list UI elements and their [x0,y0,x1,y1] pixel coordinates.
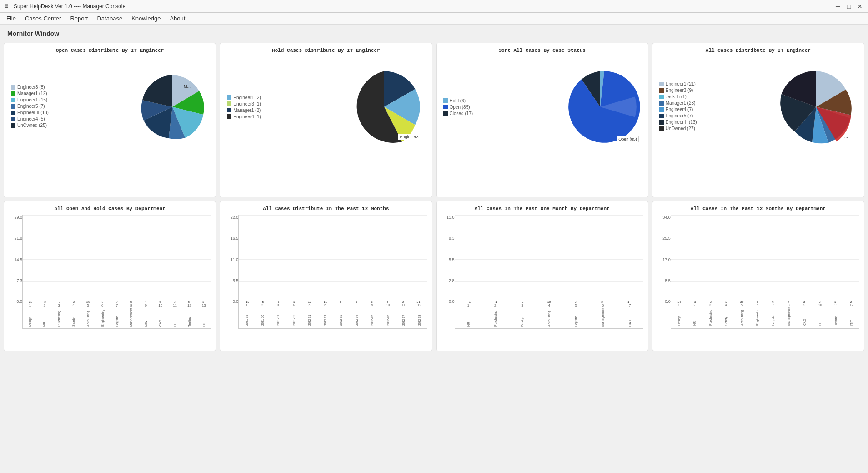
pie-open-legend: Engineer3 (8) Manager1 (12) Engineer1 (1… [11,85,49,129]
monitor-window-title: Mornitor Window [4,28,864,39]
svg-text:...: ... [844,134,848,139]
pie-hold-legend: Engineer1 (2) Engineer3 (1) Manager1 (2)… [227,95,261,121]
hold-tooltip: Engineer3 ... [398,134,425,140]
legend-item: Engineer1 (15) [11,97,49,102]
x-axis-2: 12021-09 22021-10 32021-11 42021-12 5202… [239,303,427,328]
menu-about[interactable]: About [165,14,190,23]
x-label-group: 72022-03 [333,303,349,328]
pie-all-eng-legend: Engineer1 (21) Engineer3 (9) Jack Ti (1)… [659,81,697,132]
bar-group: 3 [797,300,812,303]
chart-open-title: Open Cases Distribute By IT Engineer [9,48,211,53]
x-label-group: 32021-11 [270,303,286,328]
y-axis-3: 11.0 8.3 5.5 2.8 0.0 [441,215,455,329]
bar-group: 3 [38,300,52,303]
bar-group: 28 [81,300,95,303]
pie-hold-container: Engineer1 (2) Engineer3 (1) Manager1 (2)… [225,57,427,158]
pie-all-eng-svg: ... [775,61,857,152]
bar-group: 2 [719,300,734,303]
x-label-group: 2HR [687,303,702,328]
x-label-group: 6 Engineering [95,303,110,328]
menu-database[interactable]: Database [92,14,127,23]
menu-file[interactable]: File [2,14,20,23]
bars-2: 13 5 6 3 10 11 8 8 6 4 3 21 [239,215,427,303]
bar-group: 8 [333,300,348,303]
bar-group: 3 [563,300,588,303]
legend-item: Closed (17) [443,111,473,116]
bar-group: 3 [703,300,718,303]
x-label-group: 82022-04 [349,303,365,328]
legend-item: Manager1 (12) [11,91,49,96]
legend-item: Engineer4 (1) [227,114,261,119]
bar-group: 1 [457,300,482,303]
bar-group: 7 [110,300,124,303]
bar-group: 1 [616,300,641,303]
x-label-group: 1 Design [23,303,37,328]
x-label-group: 4 Safety [66,303,81,328]
x-label-group: 2 HR [37,303,52,328]
x-axis-3: 1HR 2Purchasing 3Design 4Accounting 5Log… [455,303,643,328]
chart-1month-title: All Cases In The Past One Month By Depar… [441,206,643,211]
pie-status-legend: Hold (6) Open (85) Closed (17) [443,98,473,117]
legend-item: Engineer3 (9) [659,88,697,93]
bar-group: 5 [750,300,765,303]
title-bar: 🖥 Super HelpDesk Ver 1.0 ---- Manager Co… [0,0,868,13]
x-label-group: 8Management [781,303,797,328]
x-label-group: 3Purchasing [702,303,718,328]
x-axis-1: 1 Design 2 HR 3 Purchasing 4 [23,303,211,328]
bar-group: 6 [365,300,379,303]
legend-item: Engineer II (13) [11,110,49,115]
menu-cases-center[interactable]: Cases Center [20,14,65,23]
x-label-group: 7Logistic [765,303,781,328]
x-label-group: 52022-01 [301,303,317,328]
bar-group: 3 [828,300,843,303]
pie-open-container: Engineer3 (8) Manager1 (12) Engineer1 (1… [9,57,211,157]
menu-report[interactable]: Report [65,14,92,23]
bar-group: 5 [124,300,138,303]
legend-item: UnOwned (27) [659,126,697,131]
bar-group: 13 [240,300,255,303]
bar-group: 3 [196,300,211,303]
x-label-group: 12 Testing [182,303,196,328]
x-label-group: 12021-09 [239,303,255,328]
chart-1month-dept: All Cases In The Past One Month By Depar… [436,201,648,351]
chart-12months-dept-title: All Cases In The Past 12 Months By Depar… [657,206,859,211]
x-label-group: 62022-02 [317,303,333,328]
bar-group: 8 [349,300,364,303]
menu-knowledge[interactable]: Knowledge [127,14,165,23]
bar-group: 2 [67,300,81,303]
menu-bar: File Cases Center Report Database Knowle… [0,13,868,25]
chart-all-eng-title: All Cases Distribute By IT Engineer [657,48,859,53]
chart-dept-title: All Open And Hold Cases By Department [9,206,211,211]
bars-1: 22 3 3 2 [23,215,211,303]
bar-group: 5 [182,300,196,303]
bar-group: 4 [380,300,395,303]
legend-item: UnOwned (25) [11,123,49,128]
chart-open-cases: Open Cases Distribute By IT Engineer Eng… [4,43,216,197]
legend-item: Engineer3 (1) [227,101,261,106]
title-bar-title: Super HelpDesk Ver 1.0 ---- Manager Cons… [14,3,125,10]
legend-item: Engineer II (13) [659,120,697,125]
legend-item: Manager1 (2) [227,108,261,113]
x-label-group: 92022-05 [364,303,380,328]
x-label-group: 6Engineering [749,303,765,328]
bar-group: 3 [687,300,702,303]
maximize-button[interactable]: □ [844,2,853,11]
pie-all-eng-container: Engineer1 (21) Engineer3 (9) Jack Ti (1)… [657,57,859,157]
bar-group: 2 [510,300,535,303]
chart-hold-title: Hold Cases Distribute By IT Engineer [225,48,427,53]
x-label-group: 11Testing [828,303,844,328]
legend-item: Jack Ti (1) [659,94,697,99]
x-label-group: 11 IT [168,303,182,328]
bar-group: 8 [167,300,181,303]
minimize-button[interactable]: ─ [833,2,843,11]
legend-item: Engineer5 (7) [659,113,697,118]
close-button[interactable]: ✕ [855,2,864,11]
chart-12months: All Cases Distribute In The Past 12 Mont… [220,201,432,351]
x-label-group: 7CAD [617,303,643,328]
legend-item: Engineer1 (2) [227,95,261,100]
x-label-group: 10IT [812,303,828,328]
pie-open-svg: M... [136,61,209,152]
legend-item: Engineer4 (5) [11,116,49,121]
bar-group: 21 [411,300,426,303]
x-label-group: 5 Accounting [80,303,95,328]
